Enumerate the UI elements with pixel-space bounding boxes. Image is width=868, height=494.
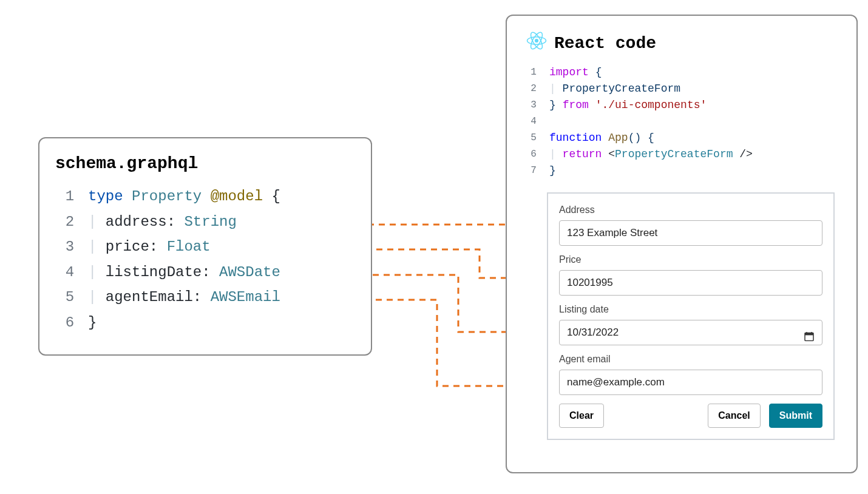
line-number: 2: [518, 81, 549, 97]
react-title: React code: [518, 30, 838, 56]
code-line: 4| listingDate: AWSDate: [52, 260, 359, 285]
clear-button[interactable]: Clear: [559, 404, 604, 428]
line-number: 1: [518, 64, 549, 81]
code-content: } from './ui-components': [549, 97, 707, 113]
schema-code: 1type Property @model {2| address: Strin…: [52, 184, 359, 336]
code-content: | PropertyCreateForm: [549, 81, 680, 97]
code-line: 2| PropertyCreateForm: [518, 81, 838, 97]
listing-date-row: Listing date: [559, 304, 822, 345]
agent-email-row: Agent email: [559, 354, 822, 395]
code-content: import {: [549, 64, 602, 81]
code-line: 3} from './ui-components': [518, 97, 838, 113]
line-number: 2: [52, 209, 88, 235]
code-line: 5function App() {: [518, 130, 838, 146]
listing-date-label: Listing date: [559, 304, 822, 315]
code-line: 3| price: Float: [52, 234, 359, 260]
react-logo-icon: [526, 30, 547, 56]
react-panel: React code 1import {2| PropertyCreateFor…: [506, 15, 858, 473]
cancel-button[interactable]: Cancel: [708, 404, 760, 428]
code-line: 2| address: String: [52, 209, 359, 235]
line-number: 5: [518, 130, 549, 146]
svg-rect-9: [805, 333, 813, 335]
code-line: 7}: [518, 163, 838, 179]
price-row: Price: [559, 254, 822, 296]
code-content: | return <PropertyCreateForm />: [549, 146, 753, 163]
line-number: 3: [52, 234, 88, 260]
form-actions: Clear Cancel Submit: [559, 404, 822, 428]
address-input[interactable]: [559, 220, 822, 246]
code-content: | address: String: [88, 209, 237, 235]
listing-date-input[interactable]: [559, 320, 822, 345]
agent-email-input[interactable]: [559, 370, 822, 395]
line-number: 1: [52, 184, 88, 209]
agent-email-label: Agent email: [559, 354, 822, 365]
react-title-text: React code: [554, 34, 656, 53]
code-content: }: [88, 310, 97, 336]
line-number: 5: [52, 285, 88, 310]
code-line: 1type Property @model {: [52, 184, 359, 209]
svg-point-4: [535, 39, 538, 42]
code-line: 1import {: [518, 64, 838, 81]
line-number: 6: [52, 310, 88, 336]
address-label: Address: [559, 205, 822, 215]
calendar-icon: [804, 331, 814, 341]
code-line: 5| agentEmail: AWSEmail: [52, 285, 359, 310]
submit-button[interactable]: Submit: [769, 404, 822, 428]
address-row: Address: [559, 205, 822, 246]
line-number: 7: [518, 163, 549, 179]
property-create-form: Address Price Listing date Agent email C…: [547, 192, 835, 440]
line-number: 3: [518, 97, 549, 113]
code-content: }: [549, 163, 556, 179]
schema-panel: schema.graphql 1type Property @model {2|…: [38, 137, 372, 356]
line-number: 4: [518, 113, 549, 130]
code-line: 6| return <PropertyCreateForm />: [518, 146, 838, 163]
line-number: 6: [518, 146, 549, 163]
price-label: Price: [559, 254, 822, 265]
react-code: 1import {2| PropertyCreateForm3} from '.…: [518, 64, 838, 179]
code-line: 6}: [52, 310, 359, 336]
code-content: | price: Float: [88, 234, 211, 260]
code-line: 4: [518, 113, 838, 130]
price-input[interactable]: [559, 270, 822, 296]
code-content: | agentEmail: AWSEmail: [88, 285, 280, 310]
code-content: function App() {: [549, 130, 654, 146]
line-number: 4: [52, 260, 88, 285]
code-content: type Property @model {: [88, 184, 280, 209]
code-content: | listingDate: AWSDate: [88, 260, 280, 285]
schema-title: schema.graphql: [52, 154, 359, 173]
